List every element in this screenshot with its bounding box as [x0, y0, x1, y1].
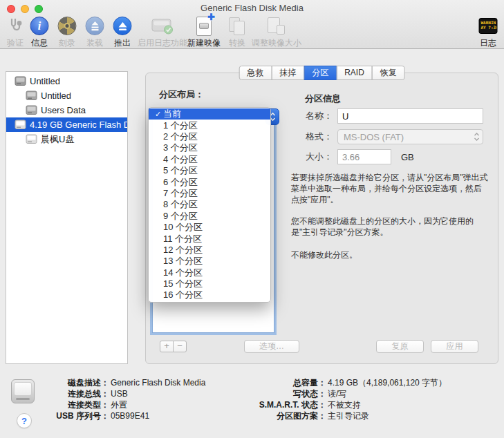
info-row: 连接类型：外置 — [39, 399, 205, 410]
menu-item-14-partitions[interactable]: 14 个分区 — [149, 267, 270, 278]
info-value: USB — [111, 389, 128, 399]
menu-item-8-partitions[interactable]: 8 个分区 — [149, 199, 270, 210]
mode-tabs: 急救 抹掉 分区 RAID 恢复 — [239, 66, 405, 80]
toolbar-eject-button[interactable]: 推出 — [113, 15, 132, 49]
toolbar-enable-journaling-label: 启用日志功能 — [138, 37, 187, 49]
toolbar-burn-label: 刻录 — [59, 37, 75, 49]
stethoscope-icon — [6, 15, 24, 37]
toolbar-mount-button[interactable]: 装载 — [86, 15, 104, 49]
toolbar-log-label: 日志 — [480, 37, 496, 49]
tab-partition[interactable]: 分区 — [304, 66, 337, 80]
menu-item-label: 15 个分区 — [163, 278, 203, 290]
menu-item-label: 4 个分区 — [163, 153, 198, 166]
sidebar-item-label: Untitled — [30, 76, 60, 86]
tab-restore[interactable]: 恢复 — [372, 66, 405, 80]
menu-item-3-partitions[interactable]: 3 个分区 — [149, 142, 270, 153]
volume-disk-icon — [26, 105, 37, 115]
titlebar-toolbar: Generic Flash Disk Media 验证 i 信息 刻录 — [0, 0, 504, 49]
sidebar-item-label: Users Data — [41, 105, 86, 115]
journaling-drive-icon — [151, 15, 174, 37]
menu-item-7-partitions[interactable]: 7 个分区 — [149, 188, 270, 199]
toolbar-new-image-label: 新建映像 — [187, 37, 221, 49]
info-value: Generic Flash Disk Media — [111, 378, 205, 388]
toolbar-log-button[interactable]: WARNIN AY 7:36 日志 — [479, 15, 498, 49]
sidebar-item-untitled-volume[interactable]: Untitled — [6, 88, 127, 103]
toolbar-info-label: 信息 — [31, 37, 48, 49]
info-label: 磁盘描述： — [39, 377, 109, 388]
sidebar-item-users-data[interactable]: Users Data — [6, 103, 127, 117]
revert-button[interactable]: 复原 — [376, 340, 424, 353]
name-field-row: 名称： — [283, 108, 483, 124]
apply-button[interactable]: 应用 — [431, 340, 478, 353]
volume-disk-icon — [26, 91, 37, 101]
partition-info-title: 分区信息 — [305, 93, 341, 105]
size-field-row: 大小： GB — [283, 149, 414, 164]
add-partition-button[interactable]: + — [160, 341, 174, 352]
size-input[interactable] — [337, 149, 391, 164]
internal-disk-icon — [15, 76, 26, 86]
tab-raid[interactable]: RAID — [336, 66, 373, 80]
sidebar-item-usb-volume[interactable]: 晨枫U盘 — [6, 132, 127, 146]
menu-item-label: 5 个分区 — [163, 164, 198, 177]
sidebar-item-label: 晨枫U盘 — [41, 133, 74, 146]
menu-item-15-partitions[interactable]: 15 个分区 — [149, 278, 270, 289]
info-label: 总容量： — [228, 377, 326, 388]
info-row: 总容量：4.19 GB（4,189,061,120 字节） — [228, 377, 447, 388]
menu-item-11-partitions[interactable]: 11 个分区 — [149, 233, 270, 244]
sidebar-item-untitled-disk[interactable]: Untitled — [6, 74, 127, 88]
name-label: 名称： — [283, 110, 333, 122]
name-input[interactable] — [337, 108, 483, 124]
help-button[interactable]: ? — [17, 413, 32, 428]
mount-icon — [86, 17, 104, 35]
toolbar-info-button[interactable]: i 信息 — [30, 15, 49, 49]
toolbar-resize-image-button[interactable]: 调整映像大小 — [252, 15, 301, 49]
convert-documents-icon — [227, 17, 247, 36]
remove-partition-button[interactable]: − — [173, 341, 187, 352]
menu-item-12-partitions[interactable]: 12 个分区 — [149, 245, 270, 256]
menu-item-label: 14 个分区 — [163, 267, 203, 279]
partition-layout-label: 分区布局： — [159, 88, 204, 101]
toolbar-mount-label: 装载 — [86, 37, 103, 49]
toolbar-verify-button[interactable]: 验证 — [6, 15, 24, 49]
options-button[interactable]: 选项… — [244, 340, 299, 353]
toolbar-convert-button[interactable]: 转换 — [227, 15, 247, 49]
info-row: 连接总线：USB — [39, 388, 205, 399]
menu-item-1-partition[interactable]: 1 个分区 — [149, 120, 270, 131]
menu-item-13-partitions[interactable]: 13 个分区 — [149, 256, 270, 267]
menu-item-9-partitions[interactable]: 9 个分区 — [149, 211, 270, 222]
menu-item-label: 6 个分区 — [163, 176, 198, 189]
info-label: 分区图方案： — [228, 410, 326, 421]
menu-item-current[interactable]: ✓ 当前 — [149, 108, 270, 120]
menu-item-4-partitions[interactable]: 4 个分区 — [149, 154, 270, 165]
plus-badge-icon: ✚ — [207, 13, 215, 21]
window-title: Generic Flash Disk Media — [0, 3, 504, 13]
menu-item-2-partitions[interactable]: 2 个分区 — [149, 131, 270, 142]
menu-item-label: 3 个分区 — [163, 142, 198, 154]
menu-item-5-partitions[interactable]: 5 个分区 — [149, 165, 270, 176]
menu-item-6-partitions[interactable]: 6 个分区 — [149, 176, 270, 187]
info-value: 05B99E41 — [111, 411, 149, 421]
log-console-icon: WARNIN AY 7:36 — [479, 18, 498, 34]
toolbar-burn-button[interactable]: 刻录 — [58, 15, 77, 49]
toolbar-new-image-button[interactable]: ✚ 新建映像 — [187, 15, 221, 49]
updown-chevrons-icon — [474, 132, 480, 142]
size-unit-label: GB — [401, 152, 414, 162]
tab-erase[interactable]: 抹掉 — [271, 66, 304, 80]
toolbar-convert-label: 转换 — [229, 37, 245, 49]
sidebar-item-flash-disk[interactable]: 4.19 GB Generic Flash D... — [6, 117, 127, 132]
toolbar-enable-journaling-button[interactable]: 启用日志功能 — [138, 15, 187, 49]
info-label: 连接总线： — [39, 388, 109, 399]
format-label: 格式： — [283, 131, 333, 143]
tab-first-aid[interactable]: 急救 — [239, 66, 272, 80]
disk-info-left: 磁盘描述：Generic Flash Disk Media 连接总线：USB 连… — [39, 377, 205, 421]
menu-item-label: 当前 — [163, 108, 181, 120]
menu-item-16-partitions[interactable]: 16 个分区 — [149, 289, 270, 301]
info-row: USB 序列号：05B99E41 — [39, 410, 205, 421]
sidebar-item-label: 4.19 GB Generic Flash D... — [30, 120, 127, 130]
format-popup[interactable]: MS-DOS (FAT) — [337, 129, 483, 144]
menu-item-label: 8 个分区 — [163, 198, 198, 211]
info-label: 连接类型： — [39, 399, 109, 410]
external-disk-icon — [15, 120, 26, 130]
menu-item-10-partitions[interactable]: 10 个分区 — [149, 222, 270, 233]
toolbar-resize-image-label: 调整映像大小 — [252, 37, 301, 49]
